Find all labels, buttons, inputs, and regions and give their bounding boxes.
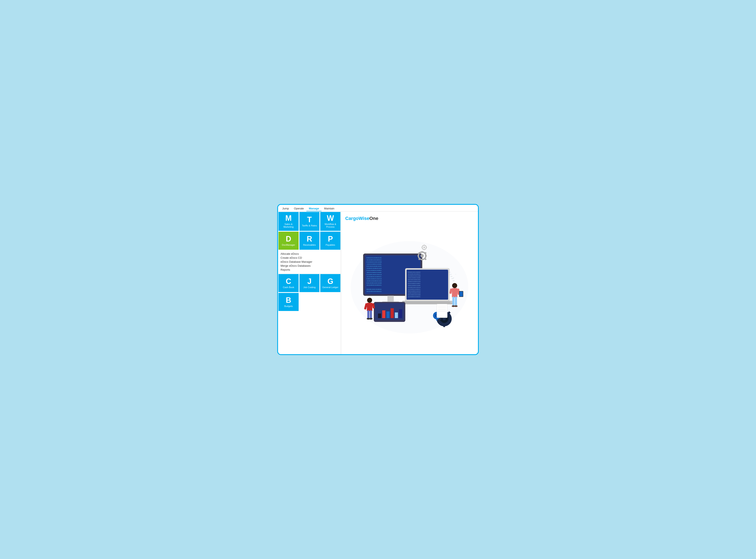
- svg-rect-47: [387, 296, 394, 302]
- svg-rect-61: [424, 245, 425, 246]
- tile-letter-r: R: [307, 235, 312, 243]
- brand-logo: CargoWiseOne: [345, 216, 474, 221]
- svg-text:0101: 0101: [452, 278, 454, 279]
- svg-rect-64: [426, 247, 427, 248]
- menu-edocs-db-manager[interactable]: eDocs Database Manager: [281, 260, 338, 264]
- svg-text:01001101001011010110: 01001101001011010110: [408, 290, 420, 292]
- main-content: M Sales &Marketing T Tariffs & Rates W W…: [278, 211, 478, 354]
- svg-text:10110100101101001011: 10110100101101001011: [366, 284, 382, 286]
- svg-rect-102: [443, 325, 445, 327]
- tile-receivables[interactable]: R Receivables: [299, 231, 320, 250]
- svg-text:01101101001011010011: 01101101001011010011: [408, 283, 420, 284]
- svg-point-135: [454, 305, 458, 307]
- tile-label-sales: Sales &Marketing: [283, 223, 294, 228]
- docmanager-dropdown: Allocate eDocs Create eDocs CD eDocs Dat…: [278, 250, 341, 274]
- svg-text:10100101101001011010: 10100101101001011010: [408, 281, 420, 282]
- tile-label-general-ledger: General Ledger: [322, 286, 338, 289]
- tile-sales-marketing[interactable]: M Sales &Marketing: [278, 211, 299, 231]
- svg-text:10110100101101001011: 10110100101101001011: [408, 289, 420, 290]
- svg-text:01011010011010110100: 01011010011010110100: [366, 282, 382, 284]
- svg-text:01101001011010110100: 01101001011010110100: [366, 261, 382, 263]
- svg-rect-52: [422, 259, 423, 261]
- budget-tile-row: B Budgets: [278, 292, 341, 311]
- svg-text:10110100101101001011: 10110100101101001011: [366, 276, 382, 277]
- svg-text:11010110100101101001: 11010110100101101001: [366, 263, 382, 265]
- tile-letter-m: M: [285, 215, 292, 222]
- tile-label-cash-book: Cash Book: [283, 286, 294, 289]
- svg-point-14: [455, 274, 456, 275]
- menu-maintain[interactable]: Maintain: [322, 206, 337, 211]
- svg-rect-92: [378, 313, 381, 318]
- tile-letter-w: W: [327, 215, 334, 222]
- tile-budgets[interactable]: B Budgets: [278, 292, 299, 311]
- menu-bar: Jump Operate Manage Maintain: [278, 205, 478, 211]
- tile-letter-t: T: [307, 216, 311, 223]
- svg-text:10110100110101001011: 10110100110101001011: [408, 273, 420, 275]
- svg-rect-113: [436, 319, 437, 321]
- svg-rect-51: [422, 251, 423, 253]
- menu-manage[interactable]: Manage: [306, 206, 322, 211]
- svg-point-122: [367, 298, 372, 303]
- svg-text:01001010110100101101: 01001010110100101101: [366, 257, 382, 259]
- svg-text:10100101101001011010: 10100101101001011010: [366, 268, 382, 269]
- hero-illustration: 01001010110100101101 1011010011010100101…: [345, 225, 474, 350]
- svg-rect-123: [367, 303, 372, 311]
- menu-create-edocs-cd[interactable]: Create eDocs CD: [281, 256, 338, 260]
- svg-text:0101: 0101: [447, 270, 449, 271]
- svg-text:10110100101101001011: 10110100101101001011: [408, 296, 420, 297]
- svg-text:01101101001011010011: 01101101001011010011: [366, 270, 382, 271]
- tile-workflow[interactable]: W Workflow &Process: [320, 211, 341, 231]
- tile-label-workflow: Workflow &Process: [324, 223, 336, 228]
- tile-docmanager[interactable]: D DocManager: [278, 231, 299, 250]
- menu-operate[interactable]: Operate: [291, 206, 306, 211]
- menu-merge-edocs[interactable]: Merge eDocs Databases: [281, 264, 338, 268]
- svg-point-60: [423, 247, 425, 248]
- svg-text:00010011010110100101: 00010011010110100101: [366, 289, 382, 290]
- svg-point-50: [420, 254, 424, 258]
- svg-text:01010011010110100101: 01010011010110100101: [408, 271, 420, 273]
- svg-text:10100110101001011010: 10100110101001011010: [408, 292, 420, 294]
- svg-rect-104: [449, 318, 452, 320]
- svg-rect-131: [452, 288, 457, 297]
- tile-letter-j: J: [307, 277, 311, 285]
- app-container: Jump Operate Manage Maintain M Sales &Ma…: [277, 204, 479, 355]
- svg-rect-53: [417, 255, 419, 256]
- tile-label-payables: Payables: [326, 244, 335, 246]
- tile-general-ledger[interactable]: G General Ledger: [320, 274, 341, 292]
- svg-rect-62: [424, 249, 425, 250]
- svg-text:01101001101011010110: 01101001101011010110: [408, 287, 420, 288]
- tile-payables[interactable]: P Payables: [320, 231, 341, 250]
- svg-text:0110: 0110: [449, 274, 452, 275]
- menu-jump[interactable]: Jump: [280, 206, 291, 211]
- svg-text:01101001101011010110: 01101001101011010110: [366, 274, 382, 275]
- tile-letter-c: C: [286, 277, 291, 285]
- tile-cash-book[interactable]: C Cash Book: [278, 274, 299, 292]
- menu-reports[interactable]: Reports: [281, 268, 338, 272]
- svg-text:1010: 1010: [453, 280, 455, 281]
- svg-text:01011010011010110100: 01011010011010110100: [408, 294, 420, 295]
- svg-rect-132: [452, 297, 454, 306]
- svg-point-130: [452, 283, 457, 288]
- tile-label-budgets: Budgets: [284, 305, 293, 308]
- tile-label-receivables: Receivables: [303, 244, 316, 246]
- svg-rect-97: [399, 309, 402, 318]
- menu-allocate-edocs[interactable]: Allocate eDocs: [281, 252, 338, 256]
- tile-letter-g: G: [327, 277, 333, 285]
- svg-point-127: [369, 318, 372, 319]
- tile-tariffs[interactable]: T Tariffs & Rates: [299, 211, 320, 231]
- svg-rect-125: [370, 310, 372, 319]
- svg-text:01101001011010110100: 01101001011010110100: [408, 275, 420, 276]
- svg-text:01011010110100110101: 01011010110100110101: [408, 279, 420, 280]
- svg-rect-96: [395, 312, 398, 318]
- tile-letter-b: B: [286, 296, 291, 304]
- svg-rect-63: [422, 247, 423, 248]
- content-area: CargoWiseOne: [341, 211, 478, 354]
- svg-rect-133: [455, 297, 457, 306]
- svg-text:10110100110101001011: 10110100110101001011: [366, 291, 382, 292]
- tile-letter-p: P: [328, 235, 333, 243]
- tile-job-costing[interactable]: J Job Costing: [299, 274, 320, 292]
- svg-rect-93: [382, 310, 385, 318]
- svg-text:10010110100101101001: 10010110100101101001: [408, 285, 420, 286]
- hero-svg: 01001010110100101101 1011010011010100101…: [346, 237, 473, 338]
- svg-rect-124: [367, 310, 369, 319]
